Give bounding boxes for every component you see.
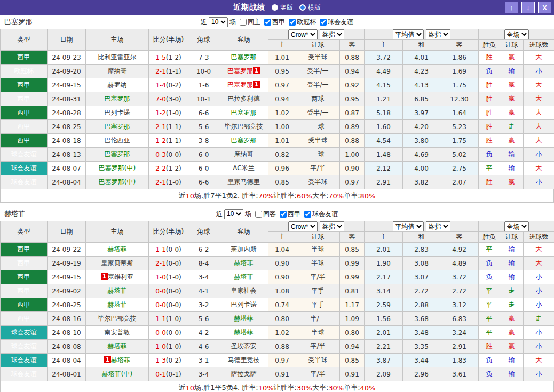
checkbox-label: 欧冠杯 bbox=[297, 18, 316, 27]
odds-source-select[interactable]: 终指 bbox=[320, 221, 344, 231]
summary-segment: 60% bbox=[297, 192, 312, 200]
corners: 1-6 bbox=[188, 78, 219, 92]
column-header: 类型 bbox=[1, 221, 48, 243]
league-badge: 西甲 bbox=[1, 134, 48, 148]
avg-home: 2.21 bbox=[365, 340, 403, 354]
odds-home: 0.85 bbox=[268, 175, 296, 189]
avg-home: 3.72 bbox=[365, 51, 403, 65]
avg-home: 1.21 bbox=[365, 92, 403, 106]
result-goals: 小 bbox=[524, 175, 554, 189]
team-label: 皇家马德里 bbox=[228, 178, 260, 186]
score-cell: 0-0(0-0) bbox=[149, 284, 188, 298]
fulltime-score: 1-3 bbox=[155, 357, 166, 364]
team-label: 比利亚雷亚尔 bbox=[98, 53, 137, 61]
team-label: 巴塞罗那 bbox=[105, 123, 130, 130]
radio-horizontal-label: 横版 bbox=[308, 3, 321, 12]
team-label: 莱加内斯 bbox=[231, 245, 257, 253]
layout-radio-vertical[interactable]: 竖版 bbox=[272, 3, 293, 12]
filter-checkbox-球会友谊[interactable]: 球会友谊 bbox=[318, 18, 353, 27]
match-date: 24-08-04 bbox=[48, 354, 86, 367]
filter-checkbox-西甲[interactable]: 西甲 bbox=[278, 210, 300, 219]
result-outcome: 负 bbox=[479, 257, 500, 270]
halftime-score: (1-2) bbox=[166, 165, 181, 172]
avg-home: 4.15 bbox=[365, 78, 403, 92]
match-row: 球会友谊24-08-10南安普敦0-0(0-0)4-2赫塔菲1.02半球0.80… bbox=[1, 326, 554, 340]
avg-away: 3.72 bbox=[440, 270, 479, 284]
result-handicap: 赢 bbox=[500, 326, 524, 340]
odds-source-select[interactable]: Crow* bbox=[288, 29, 318, 39]
odds-source-select[interactable]: 终指 bbox=[426, 29, 450, 39]
avg-home: 2.91 bbox=[365, 175, 403, 189]
summary-segment: 10 bbox=[186, 384, 195, 392]
league-badge: 西甲 bbox=[1, 298, 48, 312]
league-badge: 球会友谊 bbox=[1, 175, 48, 189]
odds-source-select[interactable]: 全场 bbox=[504, 29, 529, 39]
checkbox-input[interactable] bbox=[264, 19, 271, 26]
handicap-line: 受半/一 bbox=[296, 106, 340, 120]
result-outcome: 负 bbox=[479, 270, 500, 284]
avg-draw: 3.08 bbox=[403, 257, 440, 270]
filter-checkbox-西甲[interactable]: 西甲 bbox=[262, 18, 285, 27]
move-up-button[interactable]: ↑ bbox=[505, 2, 518, 13]
filter-bar: 近10场同客西甲球会友谊 bbox=[216, 209, 338, 219]
checkbox-input[interactable] bbox=[280, 211, 287, 218]
checkbox-input[interactable] bbox=[320, 19, 327, 26]
odds-home: 0.88 bbox=[268, 340, 296, 354]
home-team: 巴塞罗那 bbox=[86, 92, 149, 106]
odds-source-select[interactable]: 终指 bbox=[320, 29, 344, 39]
match-count-select[interactable]: 10 bbox=[209, 17, 228, 27]
red-card-badge: 1 bbox=[104, 356, 111, 363]
team-label: 赫塔菲 bbox=[234, 273, 254, 281]
odds-source-select[interactable]: 平均值 bbox=[393, 29, 424, 39]
handicap-line: 受半/一 bbox=[296, 78, 340, 92]
odds-source-select[interactable]: 平均值 bbox=[393, 221, 424, 231]
fulltime-score: 1-5 bbox=[155, 54, 166, 61]
team-label: 赫塔菲 bbox=[108, 287, 127, 294]
avg-home: 2.01 bbox=[365, 243, 403, 257]
fulltime-score: 7-0 bbox=[155, 95, 166, 103]
filter-checkbox-同客[interactable]: 同客 bbox=[253, 210, 276, 219]
match-row: 球会友谊24-08-041赫塔菲1-3(0-2)3-1马德里竞技0.97受半球0… bbox=[1, 354, 554, 367]
checkbox-input[interactable] bbox=[304, 211, 311, 218]
away-team: 莱加内斯 bbox=[219, 243, 268, 257]
filter-checkbox-欧冠杯[interactable]: 欧冠杯 bbox=[287, 18, 316, 27]
checkbox-input[interactable] bbox=[255, 211, 262, 218]
filter-checkbox-球会友谊[interactable]: 球会友谊 bbox=[302, 210, 338, 219]
home-team: 巴塞罗那 bbox=[86, 148, 149, 162]
result-goals: 小 bbox=[524, 148, 554, 162]
odds-source-select[interactable]: Crow* bbox=[288, 221, 318, 231]
match-count-select[interactable]: 10 bbox=[224, 209, 243, 219]
odds-source-select[interactable]: 全场 bbox=[504, 221, 529, 231]
result-outcome: 平 bbox=[479, 243, 500, 257]
team-label: 赫罗纳 bbox=[108, 81, 127, 89]
odds-source-select[interactable]: 终指 bbox=[426, 221, 450, 231]
odds-home: 0.90 bbox=[268, 270, 296, 284]
avg-away: 12.30 bbox=[440, 92, 479, 106]
filter-checkbox-同主[interactable]: 同主 bbox=[238, 18, 260, 27]
odds-home: 0.74 bbox=[268, 298, 296, 312]
move-down-button[interactable]: ↓ bbox=[521, 2, 535, 13]
layout-radio-horizontal[interactable]: 横版 bbox=[299, 3, 321, 12]
odds-home: 1.00 bbox=[268, 120, 296, 134]
handicap-line: 平手 bbox=[296, 298, 340, 312]
away-team: 巴塞罗那1 bbox=[219, 78, 268, 92]
team-label: 赫塔菲 bbox=[111, 356, 130, 364]
result-outcome: 胜 bbox=[479, 175, 500, 189]
sub-column-header: 让球 bbox=[500, 232, 524, 243]
checkbox-input[interactable] bbox=[289, 19, 296, 26]
avg-home: 4.49 bbox=[365, 65, 403, 78]
result-handicap: 赢 bbox=[500, 340, 524, 354]
column-group-header: 全场 bbox=[479, 221, 554, 232]
filter-games-label: 场 bbox=[245, 210, 251, 219]
avg-home: 5.18 bbox=[365, 106, 403, 120]
home-team: 赫塔菲 bbox=[86, 340, 149, 354]
match-date: 24-08-07 bbox=[48, 162, 86, 175]
result-goals: 大 bbox=[524, 51, 554, 65]
league-badge: 西甲 bbox=[1, 120, 48, 134]
result-goals: 大 bbox=[524, 243, 554, 257]
checkbox-input[interactable] bbox=[240, 19, 247, 26]
team-label: 赫塔菲 bbox=[108, 301, 127, 308]
close-button[interactable]: X bbox=[538, 2, 551, 13]
match-date: 24-08-28 bbox=[48, 106, 86, 120]
handicap-line: 受半球 bbox=[296, 354, 340, 367]
